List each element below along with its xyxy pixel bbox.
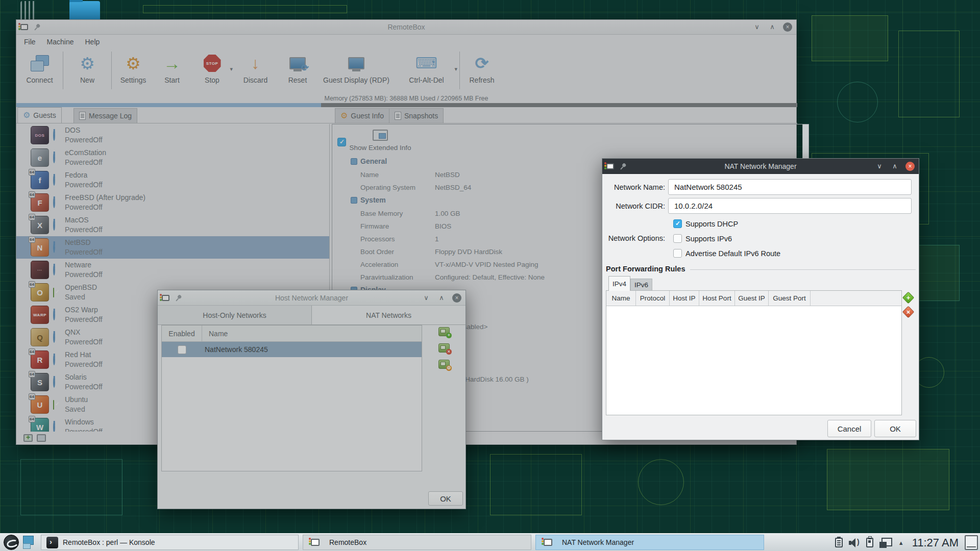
task-nat-network-manager[interactable]: NAT Network Manager bbox=[535, 535, 764, 550]
hnm-tab-nat-networks[interactable]: NAT Networks bbox=[312, 306, 465, 324]
network-name-input[interactable]: NatNetwork 580245 bbox=[668, 179, 912, 195]
add-network-icon[interactable]: + bbox=[438, 327, 450, 336]
task-konsole[interactable]: RemoteBox : perl — Konsole bbox=[41, 535, 299, 550]
info-value: 1 bbox=[435, 235, 439, 243]
clipboard-icon[interactable] bbox=[835, 538, 843, 547]
guest-row-fedora[interactable]: f64 Fedora PoweredOff bbox=[16, 169, 329, 191]
toolbar-stop-button[interactable]: STOP Stop ▾ bbox=[190, 48, 234, 92]
toolbar-refresh-button[interactable]: ⟳ Refresh ▾ bbox=[461, 48, 503, 92]
toolbar-discard-button[interactable]: ↓ Discard ▾ bbox=[234, 48, 277, 92]
close-button[interactable]: × bbox=[905, 162, 915, 171]
show-extended-info-checkbox[interactable] bbox=[337, 138, 346, 146]
maximize-button[interactable]: ∧ bbox=[890, 162, 899, 171]
show-desktop-button[interactable] bbox=[965, 535, 978, 550]
minimize-button[interactable]: ∨ bbox=[875, 162, 884, 171]
pin-icon[interactable] bbox=[32, 22, 42, 32]
refresh-guests-icon[interactable] bbox=[37, 434, 46, 442]
ok-button[interactable]: OK bbox=[428, 491, 463, 506]
menu-file[interactable]: File bbox=[18, 36, 41, 48]
cancel-button[interactable]: Cancel bbox=[827, 420, 871, 437]
network-row[interactable]: NatNetwork 580245 bbox=[162, 342, 422, 357]
menu-machine[interactable]: Machine bbox=[41, 36, 80, 48]
close-button[interactable]: × bbox=[783, 22, 792, 32]
task-remotebox[interactable]: RemoteBox bbox=[303, 535, 531, 550]
dropdown-arrow-icon[interactable]: ▾ bbox=[230, 66, 233, 72]
remove-rule-icon[interactable]: × bbox=[902, 306, 914, 318]
menu-help[interactable]: Help bbox=[79, 36, 105, 48]
window-title: Host Network Manager bbox=[158, 294, 465, 302]
rule-actions: + × bbox=[904, 293, 913, 316]
minimize-button[interactable]: ∨ bbox=[422, 293, 431, 303]
guest-row-netbsd[interactable]: N64 NetBSD PoweredOff bbox=[16, 236, 329, 259]
clock[interactable]: 11:27 AM bbox=[912, 536, 959, 549]
toolbar-ctrl-alt-del-button[interactable]: ⌨ Ctrl-Alt-Del ▾ bbox=[395, 48, 458, 92]
info-label: Name bbox=[360, 171, 379, 179]
application-launcher-icon[interactable] bbox=[4, 535, 19, 550]
nat-titlebar[interactable]: NAT Network Manager ∨ ∧ × bbox=[602, 159, 919, 174]
close-button[interactable]: × bbox=[452, 293, 461, 303]
toolbar-connect-button[interactable]: Connect ▾ bbox=[17, 48, 62, 92]
guest-row-dos[interactable]: DOS DOS PoweredOff bbox=[16, 124, 329, 146]
guests-tab-icon: ⚙ bbox=[23, 111, 30, 119]
guest-row-freebsd-after-upgrade-[interactable]: F64 FreeBSD (After Upgrade) PoweredOff bbox=[16, 191, 329, 214]
guest-row-macos[interactable]: X64 MacOS PoweredOff bbox=[16, 214, 329, 236]
guest-row-ecomstation[interactable]: e eComStation PoweredOff bbox=[16, 146, 329, 169]
power-state-icon bbox=[53, 310, 55, 320]
pager-icon[interactable] bbox=[23, 536, 36, 549]
pf-column-name: Name bbox=[606, 291, 636, 306]
maximize-button[interactable]: ∧ bbox=[437, 293, 446, 303]
power-state-icon bbox=[53, 242, 55, 253]
enabled-checkbox[interactable] bbox=[178, 345, 186, 354]
64bit-badge: 64 bbox=[29, 416, 35, 422]
64bit-badge: 64 bbox=[29, 236, 35, 243]
port-forwarding-title: Port Forwarding Rules bbox=[606, 265, 685, 273]
minimize-button[interactable]: ∨ bbox=[752, 22, 762, 32]
option-checkbox[interactable] bbox=[673, 219, 682, 228]
main-titlebar[interactable]: RemoteBox ∨ ∧ × bbox=[16, 20, 796, 35]
edit-network-icon[interactable]: ⚙ bbox=[438, 360, 450, 369]
toolbar-start-button[interactable]: → Start ▾ bbox=[154, 48, 190, 92]
info-label: Firmware bbox=[360, 222, 389, 230]
blueprint-shape bbox=[638, 459, 684, 505]
hnm-tab-host-only-networks[interactable]: Host-Only Networks bbox=[158, 306, 312, 324]
remove-network-icon[interactable]: × bbox=[438, 343, 450, 353]
network-cidr-input[interactable]: 10.0.2.0/24 bbox=[668, 198, 912, 214]
tab-snapshots[interactable]: Snapshots bbox=[389, 108, 444, 123]
maximize-button[interactable]: ∧ bbox=[768, 22, 777, 32]
memory-progress-fill bbox=[16, 103, 321, 107]
ok-button[interactable]: OK bbox=[874, 420, 916, 437]
tab-ipv4[interactable]: IPv4 bbox=[608, 276, 630, 291]
toolbar-new-button[interactable]: ⚙ New ▾ bbox=[64, 48, 110, 92]
option-checkbox[interactable] bbox=[673, 234, 682, 243]
toolbar-settings-button[interactable]: ⚙ Settings ▾ bbox=[113, 48, 154, 92]
network-options-label: Network Options: bbox=[602, 234, 665, 242]
add-guest-icon[interactable] bbox=[23, 434, 33, 442]
section-icon bbox=[351, 158, 357, 165]
dropdown-arrow-icon[interactable]: ▾ bbox=[454, 66, 457, 72]
add-rule-icon[interactable]: + bbox=[902, 291, 914, 304]
power-state-icon bbox=[53, 153, 55, 163]
toolbar-guest-display-rdp--button[interactable]: Guest Display (RDP) ▾ bbox=[318, 48, 395, 92]
windows-os-icon: W64 bbox=[31, 418, 49, 432]
option-supports-dhcp[interactable]: Supports DHCP bbox=[673, 219, 738, 228]
tab-guest-info[interactable]: ⚙ Guest Info bbox=[335, 108, 389, 123]
pin-icon[interactable] bbox=[173, 293, 183, 303]
network-icon[interactable] bbox=[879, 538, 892, 548]
volume-icon[interactable]: ) bbox=[849, 538, 860, 548]
tab-message-log[interactable]: Message Log bbox=[74, 108, 137, 123]
expand-arrow-icon[interactable]: ▲ bbox=[898, 540, 904, 546]
tab-guests[interactable]: ⚙ Guests bbox=[17, 107, 62, 123]
hnm-titlebar[interactable]: Host Network Manager ∨ ∧ × bbox=[158, 290, 465, 306]
tab-ipv6[interactable]: IPv6 bbox=[630, 279, 652, 291]
toolbar-reset-button[interactable]: Reset ▾ bbox=[277, 48, 318, 92]
guest-row-netware[interactable]: ··· Netware PoweredOff bbox=[16, 259, 329, 281]
usb-icon[interactable] bbox=[866, 538, 873, 547]
pf-column-guest-port: Guest Port bbox=[769, 291, 811, 306]
show-extended-info[interactable]: Show Extended Info bbox=[335, 130, 425, 152]
pin-icon[interactable] bbox=[618, 161, 628, 171]
trash-icon[interactable] bbox=[20, 1, 37, 21]
option-advertise-default-ipv6-route[interactable]: Advertise Default IPv6 Route bbox=[673, 249, 780, 258]
option-supports-ipv6[interactable]: Supports IPv6 bbox=[673, 234, 732, 243]
option-checkbox[interactable] bbox=[673, 249, 682, 258]
ecs-os-icon: e bbox=[31, 148, 49, 167]
